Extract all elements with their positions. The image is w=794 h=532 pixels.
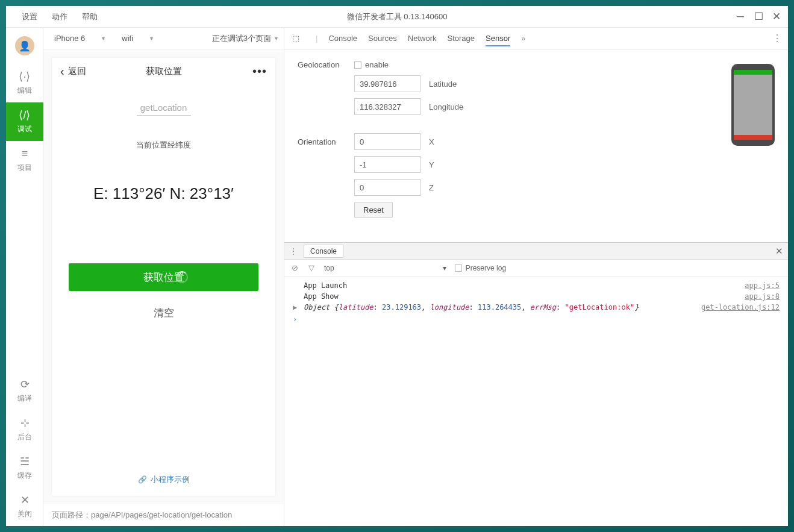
nav-background[interactable]: ⊹ 后台 (6, 410, 43, 449)
nav-edit[interactable]: ⟨·⟩ 编辑 (6, 64, 43, 102)
z-label: Z (429, 183, 434, 192)
orientation-y-input[interactable] (354, 156, 420, 173)
close-x-icon: ✕ (20, 495, 30, 505)
debug-status[interactable]: 正在调试3个页面 ▾ (212, 33, 278, 44)
position-label: 当前位置经纬度 (136, 140, 191, 151)
loading-spinner-icon (176, 271, 188, 283)
nav-label: 项目 (17, 163, 32, 173)
phone-orientation-mock[interactable] (731, 64, 775, 146)
menu-settings[interactable]: 设置 (14, 9, 45, 25)
window-title: 微信开发者工具 0.13.140600 (347, 11, 448, 22)
tab-storage[interactable]: Storage (447, 31, 475, 45)
y-label: Y (429, 160, 434, 169)
left-sidebar: 👤 ⟨·⟩ 编辑 ⟨/⟩ 调试 ≡ 项目 ⟳ 编译 (6, 28, 43, 526)
position-value: E: 113°26′ N: 23°13′ (93, 184, 234, 203)
tab-console[interactable]: Console (328, 31, 357, 45)
latitude-input[interactable] (354, 75, 420, 92)
console-drawer: ⋮ Console ✕ ⊘ ▽ top ▾ Preserve log (284, 242, 788, 526)
console-tab-button[interactable]: Console (304, 245, 343, 258)
nav-project[interactable]: ≡ 项目 (6, 141, 43, 180)
log-source-link[interactable]: get-location.js:12 (701, 303, 780, 311)
inspect-element-icon[interactable]: ⬚ (290, 33, 301, 44)
network-select-label: wifi (122, 34, 133, 43)
chevron-down-icon: ▾ (275, 35, 278, 42)
preserve-log-checkbox[interactable] (455, 264, 462, 272)
tab-sources[interactable]: Sources (368, 31, 397, 45)
nav-label: 编辑 (17, 86, 32, 96)
log-source-link[interactable]: app.js:5 (745, 281, 780, 290)
nav-compile[interactable]: ⟳ 编译 (6, 372, 43, 410)
api-name: getLocation (137, 94, 191, 116)
latitude-label: Latitude (429, 80, 457, 89)
orientation-label: Orientation (298, 137, 354, 146)
nav-label: 调试 (17, 124, 32, 134)
debug-icon: ⟨/⟩ (19, 110, 30, 120)
longitude-input[interactable] (354, 98, 420, 115)
console-log: App Launch app.js:5 App Show app.js:8 ▶ … (284, 277, 788, 526)
preserve-label: Preserve log (466, 264, 506, 272)
phone-navbar: ‹ 返回 获取位置 ••• (52, 58, 275, 84)
devtools-menu-icon[interactable]: ⋮ (772, 33, 782, 44)
chevron-down-icon: ▾ (443, 264, 446, 272)
x-label: X (429, 137, 434, 146)
get-location-button[interactable]: 获取位置 (69, 263, 258, 291)
cache-icon: ☱ (20, 456, 30, 467)
geolocation-enable-checkbox[interactable] (354, 61, 361, 69)
log-object[interactable]: Object {latitude: 23.129163, longitude: … (304, 303, 701, 311)
log-message: App Launch (304, 281, 745, 290)
debug-status-label: 正在调试3个页面 (212, 33, 271, 44)
mock-bottom-bar (734, 135, 772, 140)
clear-button[interactable]: 清空 (69, 302, 258, 324)
menu-actions[interactable]: 动作 (45, 9, 75, 25)
nav-label: 编译 (17, 393, 32, 404)
footer-link[interactable]: 🔗 小程序示例 (138, 463, 190, 496)
devtools-tabs: ⬚ | Console Sources Network Storage Sens… (284, 28, 788, 49)
sensor-pane: Geolocation enable Latitude Lon (284, 49, 788, 242)
close-button[interactable]: ✕ (771, 11, 782, 22)
enable-label: enable (365, 60, 389, 69)
nav-debug[interactable]: ⟨/⟩ 调试 (6, 102, 43, 141)
nav-label: 关闭 (17, 509, 32, 519)
simulator-toolbar: iPhone 6 ▾ wifi ▾ 正在调试3个页面 ▾ (43, 28, 284, 49)
clear-console-icon[interactable]: ⊘ (290, 263, 299, 272)
devtools-panel: ⬚ | Console Sources Network Storage Sens… (284, 28, 788, 526)
menubar: 设置 动作 帮助 微信开发者工具 0.13.140600 ─ ☐ ✕ (6, 6, 788, 28)
background-icon: ⊹ (20, 418, 30, 428)
back-button[interactable]: ‹ 返回 (60, 64, 86, 78)
nav-cache[interactable]: ☱ 缓存 (6, 449, 43, 487)
tab-sensor[interactable]: Sensor (486, 31, 510, 46)
user-avatar[interactable]: 👤 (15, 36, 34, 55)
tab-network[interactable]: Network (408, 31, 437, 45)
console-prompt[interactable]: › (293, 313, 780, 324)
more-button[interactable]: ••• (252, 64, 267, 78)
compile-icon: ⟳ (20, 379, 30, 390)
nav-close[interactable]: ✕ 关闭 (6, 487, 43, 526)
scope-select[interactable]: top ▾ (324, 264, 446, 272)
footer-link-label: 小程序示例 (151, 474, 190, 485)
chevron-left-icon: ‹ (60, 64, 64, 78)
nav-label: 后台 (17, 432, 32, 442)
longitude-label: Longitude (429, 102, 463, 111)
menu-help[interactable]: 帮助 (75, 9, 105, 25)
filter-icon[interactable]: ▽ (307, 263, 316, 272)
phone-title: 获取位置 (146, 66, 182, 77)
mock-top-bar (734, 70, 772, 75)
log-message: App Show (304, 292, 745, 301)
console-menu-icon[interactable]: ⋮ (289, 246, 298, 256)
phone-simulator: ‹ 返回 获取位置 ••• getLocation 当前位置经纬度 E: 113… (43, 49, 284, 504)
orientation-z-input[interactable] (354, 179, 420, 196)
log-source-link[interactable]: app.js:8 (745, 292, 780, 301)
minimize-button[interactable]: ─ (735, 11, 746, 22)
reset-button[interactable]: Reset (354, 202, 393, 218)
scope-label: top (324, 264, 334, 272)
device-select[interactable]: iPhone 6 ▾ (49, 31, 110, 45)
maximize-button[interactable]: ☐ (753, 11, 764, 22)
console-close-button[interactable]: ✕ (775, 246, 783, 257)
network-select[interactable]: wifi ▾ (117, 31, 158, 45)
orientation-x-input[interactable] (354, 133, 420, 150)
chevron-down-icon: ▾ (102, 35, 105, 42)
expand-caret-icon[interactable]: ▶ (293, 303, 297, 311)
link-icon: 🔗 (138, 475, 147, 484)
geolocation-label: Geolocation (298, 60, 354, 69)
tabs-overflow[interactable]: » (521, 34, 525, 43)
